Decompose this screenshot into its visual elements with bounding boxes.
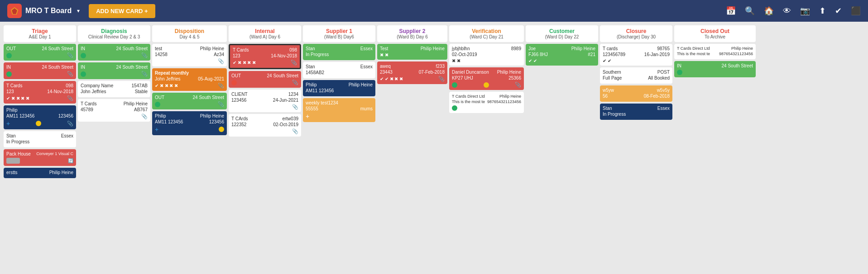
column-supplier2: Supplier 2 (Ward B) Day 6 Test Philip He… — [377, 25, 447, 271]
column-header-verification: Verification (Ward C) Day 21 — [449, 25, 524, 42]
card-sup1-weekly[interactable]: weekly test1234 55555 mums + — [303, 98, 375, 122]
card-triage-stan1[interactable]: Stan Essex In Progress — [4, 131, 76, 147]
column-header-closedout: Closed Out To Archive — [674, 25, 756, 42]
clip-icon: 📎 — [218, 101, 224, 107]
card-disp-philip[interactable]: Philip Philip Heine AM11 123456 123456 + — [152, 111, 227, 135]
column-verification: Verification (Ward C) Day 21 jybjhblhn 8… — [449, 25, 524, 271]
clip-icon: 📎 — [67, 121, 73, 127]
plus-icon[interactable]: + — [155, 126, 158, 133]
clip-icon: 📎 — [67, 71, 73, 77]
clip-icon: 📎 — [438, 76, 445, 82]
add-new-card-button[interactable]: ADD NEW CARD + — [89, 4, 155, 18]
column-header-diagnosis: Diagnosis Clinical Review Day 2 & 3 — [78, 25, 150, 42]
card-diag-in1[interactable]: IN 24 South Street 📎 — [78, 44, 150, 61]
column-header-supplier1: Supplier 1 (Ward B) Day6 — [303, 25, 375, 42]
kanban-board: Triage A&E Day 1 OUT 24 South Street 📎 I… — [0, 22, 868, 274]
home-icon[interactable]: 🏠 — [764, 6, 774, 16]
card-sup2-aweq[interactable]: aweq f233 23443 07-Feb-2018 ✔ ✔ ✖ ✖ ✖ 📎 — [377, 61, 447, 84]
status-dot — [484, 82, 489, 88]
app-title: MRO T Board — [25, 7, 72, 15]
card-closure-tcards[interactable]: T cards 98765 123456789 16-Jan-2019 ✔ ✔ — [600, 44, 672, 66]
eye-icon[interactable]: 👁 — [783, 6, 791, 16]
card-disp-test[interactable]: test Philip Heine 14258 Az34 📎 — [152, 44, 227, 66]
status-dot — [677, 70, 682, 75]
card-diag-in2[interactable]: IN 24 South Street 📎 — [78, 62, 150, 79]
card-closure-southern[interactable]: Southern POST Full Page All Booked — [600, 67, 672, 84]
card-action-icons: ✔ ✔ ✖ ✖ ✖ — [380, 76, 403, 81]
column-diagnosis: Diagnosis Clinical Review Day 2 & 3 IN 2… — [78, 25, 150, 271]
upload-icon[interactable]: ⬆ — [819, 6, 826, 16]
calendar-icon[interactable]: 📅 — [726, 6, 736, 16]
menu-icon[interactable]: ⬛ — [851, 6, 861, 16]
card-triage-tcards1[interactable]: T Cards 098 123 14-Nov-2018 ✔ ✖ ✖ ✖ ✖ 📎 — [4, 81, 76, 104]
card-triage-out1[interactable]: OUT 24 South Street 📎 — [4, 44, 76, 61]
column-subtitle-internal: (Ward A) Day 6 — [230, 34, 299, 39]
column-closedout: Closed Out To Archive T Cards Direct Ltd… — [674, 25, 756, 271]
app-logo[interactable]: MRO T Board ▾ — [7, 4, 80, 18]
card-closure-w5yw[interactable]: w5yw w5v5y 56 08-Feb-2018 — [600, 85, 672, 102]
status-dot — [81, 53, 86, 58]
card-internal-out1[interactable]: OUT 24 South Street 📎 — [229, 71, 301, 88]
card-verif-daniel[interactable]: Daniel Duncanson Philip Heine KP27 UHJ 2… — [449, 67, 524, 90]
card-diag-company[interactable]: Company Name 1547AB John Jeffries Stable — [78, 81, 150, 97]
clip-icon: 📎 — [292, 104, 298, 110]
column-header-triage: Triage A&E Day 1 — [4, 25, 76, 42]
column-internal: Internal (Ward A) Day 6 T Cards 098 123 … — [229, 25, 301, 271]
card-action-icons: ✔ ✖ ✖ ✖ ✖ — [155, 83, 178, 88]
check-icon[interactable]: ✔ — [835, 6, 842, 16]
card-verif-jyb[interactable]: jybjhblhn 8989 02-Oct-2019 ✖ ✖ — [449, 44, 524, 66]
clip-icon: 📎 — [67, 95, 73, 101]
plus-icon[interactable]: + — [6, 120, 10, 127]
search-icon[interactable]: 🔍 — [745, 6, 755, 16]
column-header-closure: Closure (Discharge) Day 30 — [600, 25, 672, 42]
card-sup1-philip[interactable]: Philip Philip Heine AM11 123456 — [303, 80, 375, 96]
column-subtitle-closure: (Discharge) Day 30 — [602, 34, 671, 39]
card-triage-erstts[interactable]: erstts Philip Heine — [4, 168, 76, 178]
card-internal-client[interactable]: CLIENT 1234 123456 24-Jun-2021 📎 — [229, 90, 301, 112]
card-triage-philip1[interactable]: Philip AM11 123456 123456 + 📎 — [4, 105, 76, 129]
column-title-disposition: Disposition — [154, 28, 225, 34]
column-header-disposition: Disposition Day 4 & 5 — [152, 25, 227, 42]
status-dot — [155, 102, 160, 107]
app-menu-chevron[interactable]: ▾ — [77, 8, 80, 14]
card-action-icons: ✔ ✖ ✖ ✖ ✖ — [6, 96, 29, 101]
card-cust-joe[interactable]: Joe Philip Heine FJ66 8HJ #21 ✔ ✔ — [526, 44, 598, 66]
column-header-customer: Customer (Ward D) Day 22 — [526, 25, 598, 42]
clip-icon: 📎 — [292, 128, 298, 134]
card-closed-in1[interactable]: IN 24 South Street — [674, 61, 756, 77]
refresh-icon[interactable]: 🔄 — [68, 158, 73, 163]
column-subtitle-disposition: Day 4 & 5 — [154, 34, 225, 39]
header-actions: 📅 🔍 🏠 👁 📷 ⬆ ✔ ⬛ — [726, 6, 861, 16]
card-verif-tcardsdirect[interactable]: T Cards Direct Ltd Philip Heine This is … — [449, 92, 524, 113]
card-action-icons: ✖ ✖ — [380, 52, 388, 57]
card-action-icons: ✖ ✖ — [452, 58, 460, 63]
clip-icon: 📎 — [515, 82, 521, 88]
clip-icon: 📎 — [141, 71, 148, 77]
column-header-internal: Internal (Ward A) Day 6 — [229, 25, 301, 42]
card-closure-stan[interactable]: Stan Essex In Progress — [600, 104, 672, 120]
camera-icon[interactable]: 📷 — [800, 6, 810, 16]
column-title-closedout: Closed Out — [676, 28, 754, 34]
card-internal-tcards1[interactable]: T Cards 098 123 14-Nov-2018 ✔ ✖ ✖ ✖ ✖ 📎 — [229, 44, 301, 69]
card-sup1-stan2[interactable]: Stan Essex 1458AB2 — [303, 62, 375, 78]
clip-icon: 📎 — [218, 83, 224, 89]
column-header-supplier2: Supplier 2 (Ward B) Day 6 — [377, 25, 447, 42]
card-diag-tcards[interactable]: T Cards Philip Heine 45789 AB767 📎 — [78, 99, 150, 122]
column-subtitle-customer: (Ward D) Day 22 — [528, 34, 596, 39]
column-customer: Customer (Ward D) Day 22 Joe Philip Hein… — [526, 25, 598, 271]
card-triage-in1[interactable]: IN 24 South Street 📎 — [4, 62, 76, 79]
column-closure: Closure (Discharge) Day 30 T cards 98765… — [600, 25, 672, 271]
plus-icon[interactable]: + — [306, 113, 309, 120]
column-title-triage: Triage — [5, 28, 74, 34]
column-subtitle-supplier1: (Ward B) Day6 — [305, 34, 374, 39]
status-dot — [452, 105, 457, 111]
card-sup1-stan1[interactable]: Stan Essex In Progress — [303, 44, 375, 60]
card-triage-packhouse[interactable]: Pack House Conveyer 1 Visual C 🔄 — [4, 149, 76, 166]
logo-icon — [7, 4, 22, 18]
card-sup2-test[interactable]: Test Philip Heine ✖ ✖ — [377, 44, 447, 60]
card-disp-out[interactable]: OUT 24 South Street 📎 — [152, 93, 227, 109]
card-closed-tcardsdirect[interactable]: T Cards Direct Ltd Philip Heine This is … — [674, 44, 756, 59]
card-disp-repeat[interactable]: Repeat monthly John Jeffries 05-Aug-2021… — [152, 68, 227, 91]
card-internal-tcards2[interactable]: T CArds ertw039 122352 02-Oct-2019 📎 — [229, 114, 301, 137]
column-subtitle-verification: (Ward C) Day 21 — [451, 34, 522, 39]
